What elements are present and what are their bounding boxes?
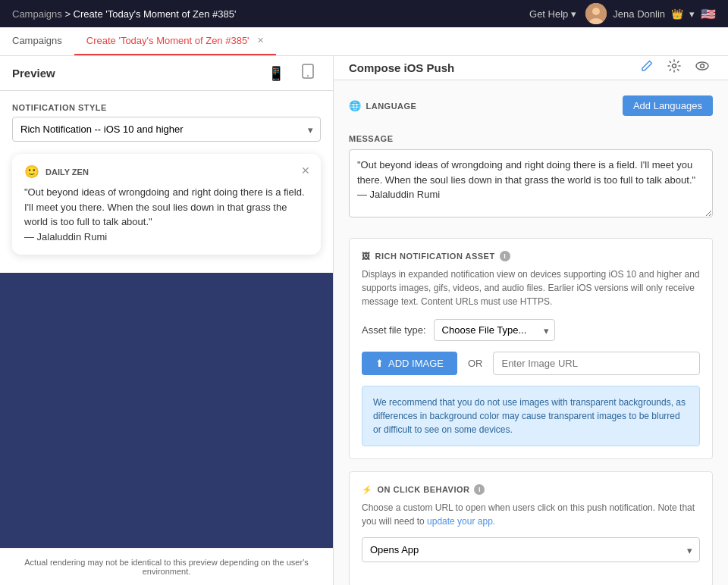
eye-icon: [695, 61, 710, 76]
svg-point-1: [592, 8, 600, 15]
preview-note: Actual rendering may not be identical to…: [0, 548, 333, 585]
tablet-device-button[interactable]: [295, 60, 321, 86]
device-toggle: 📱: [263, 60, 321, 86]
rich-notification-section: 🖼 RICH NOTIFICATION ASSET i Displays in …: [349, 238, 713, 459]
gear-icon: [667, 61, 681, 76]
language-section: 🌐 LANGUAGE Add Languages: [349, 95, 713, 116]
upload-row: ⬆ ADD IMAGE OR: [362, 352, 700, 375]
user-menu[interactable]: Jena Donlin 👑 ▾ 🇺🇸: [585, 3, 716, 24]
upload-icon: ⬆: [375, 358, 384, 369]
image-url-input[interactable]: [493, 352, 700, 375]
file-type-select[interactable]: Choose File Type... Image GIF Video Audi…: [434, 319, 555, 341]
image-icon: 🖼: [362, 252, 371, 261]
flag-icon: 🇺🇸: [701, 7, 716, 21]
notification-preview-card: 🙂 DAILY ZEN ✕ "Out beyond ideas of wrong…: [12, 154, 321, 255]
notif-close-button[interactable]: ✕: [301, 164, 310, 177]
crown-icon: 👑: [671, 8, 683, 20]
breadcrumb-current: Create 'Today's Moment of Zen #385': [74, 8, 237, 20]
tabs-bar: Campaigns Create 'Today's Moment of Zen …: [0, 27, 728, 56]
compose-actions: [637, 56, 713, 80]
settings-button[interactable]: [664, 56, 684, 80]
notif-smiley-icon: 🙂: [24, 164, 39, 179]
svg-point-7: [701, 64, 704, 68]
message-label: MESSAGE: [349, 134, 713, 143]
tab-campaigns[interactable]: Campaigns: [0, 27, 74, 55]
lightning-icon: ⚡: [362, 485, 373, 495]
add-languages-button[interactable]: Add Languages: [623, 95, 713, 116]
compose-panel: Compose iOS Push: [334, 56, 728, 585]
on-click-desc: Choose a custom URL to open when users c…: [362, 501, 700, 528]
preview-body: NOTIFICATION STYLE Rich Notification -- …: [0, 91, 333, 273]
tablet-icon: [300, 67, 316, 83]
compose-title: Compose iOS Push: [349, 61, 454, 74]
notif-header: 🙂 DAILY ZEN: [24, 164, 309, 179]
opens-app-select[interactable]: Opens App Opens URL Deep Link: [362, 537, 700, 562]
mobile-device-button[interactable]: 📱: [263, 60, 289, 86]
breadcrumb-campaigns-link[interactable]: Campaigns: [12, 8, 62, 20]
opens-app-select-wrapper: Opens App Opens URL Deep Link ▾: [362, 537, 700, 562]
topbar: Campaigns > Create 'Today's Moment of Ze…: [0, 0, 728, 27]
notification-style-select-wrapper: Rich Notification -- iOS 10 and higher S…: [12, 117, 321, 142]
tab-create-campaign[interactable]: Create 'Today's Moment of Zen #385' ✕: [74, 27, 276, 55]
preview-title: Preview: [12, 67, 55, 80]
asset-type-label: Asset file type:: [362, 324, 426, 336]
get-help-button[interactable]: Get Help ▾: [529, 8, 576, 20]
pencil-icon: [640, 61, 654, 76]
topbar-right: Get Help ▾ Jena Donlin 👑 ▾ 🇺🇸: [529, 3, 716, 24]
asset-type-row: Asset file type: Choose File Type... Ima…: [362, 319, 700, 341]
rich-notification-info-icon: i: [500, 251, 510, 261]
breadcrumb-separator: >: [64, 8, 73, 20]
mobile-phone-icon: 📱: [268, 66, 284, 81]
warning-box: We recommend that you do not use images …: [362, 386, 700, 446]
svg-point-4: [307, 75, 309, 77]
notification-style-select[interactable]: Rich Notification -- iOS 10 and higher S…: [12, 117, 321, 142]
language-section-header: 🌐 LANGUAGE Add Languages: [349, 95, 713, 116]
notif-app-name: DAILY ZEN: [46, 167, 89, 177]
preview-dark-area: [0, 273, 333, 548]
svg-point-6: [696, 62, 708, 70]
or-text: OR: [468, 358, 483, 369]
on-click-section: ⚡ ON CLICK BEHAVIOR i Choose a custom UR…: [349, 471, 713, 585]
user-name: Jena Donlin: [613, 8, 665, 20]
edit-button[interactable]: [637, 56, 657, 80]
add-image-button[interactable]: ⬆ ADD IMAGE: [362, 352, 457, 375]
main-content: Preview 📱 NOTIFICATION STYLE: [0, 56, 728, 585]
preview-header: Preview 📱: [0, 56, 333, 91]
language-label: 🌐 LANGUAGE: [349, 100, 416, 111]
message-textarea[interactable]: "Out beyond ideas of wrongdoing and righ…: [349, 149, 713, 217]
chevron-down-icon: ▾: [571, 8, 576, 20]
rich-notification-label: 🖼 RICH NOTIFICATION ASSET i: [362, 251, 700, 261]
globe-icon: 🌐: [349, 100, 362, 111]
preview-toggle-button[interactable]: [692, 56, 713, 80]
user-chevron-icon: ▾: [689, 8, 695, 20]
svg-point-5: [673, 64, 676, 68]
compose-body: 🌐 LANGUAGE Add Languages MESSAGE "Out be…: [334, 80, 728, 585]
on-click-label: ⚡ ON CLICK BEHAVIOR i: [362, 484, 700, 495]
notification-style-label: NOTIFICATION STYLE: [12, 103, 321, 112]
file-type-select-wrapper: Choose File Type... Image GIF Video Audi…: [434, 319, 555, 341]
notif-body: "Out beyond ideas of wrongdoing and righ…: [24, 185, 309, 244]
update-app-link[interactable]: update your app.: [427, 516, 495, 527]
rich-notification-desc: Displays in expanded notification view o…: [362, 267, 700, 308]
compose-header: Compose iOS Push: [334, 56, 728, 80]
avatar: [585, 3, 607, 24]
breadcrumb: Campaigns > Create 'Today's Moment of Ze…: [12, 8, 236, 20]
tab-close-icon[interactable]: ✕: [257, 36, 264, 45]
message-section: MESSAGE "Out beyond ideas of wrongdoing …: [349, 134, 713, 220]
preview-panel: Preview 📱 NOTIFICATION STYLE: [0, 56, 334, 585]
on-click-info-icon: i: [474, 484, 485, 495]
